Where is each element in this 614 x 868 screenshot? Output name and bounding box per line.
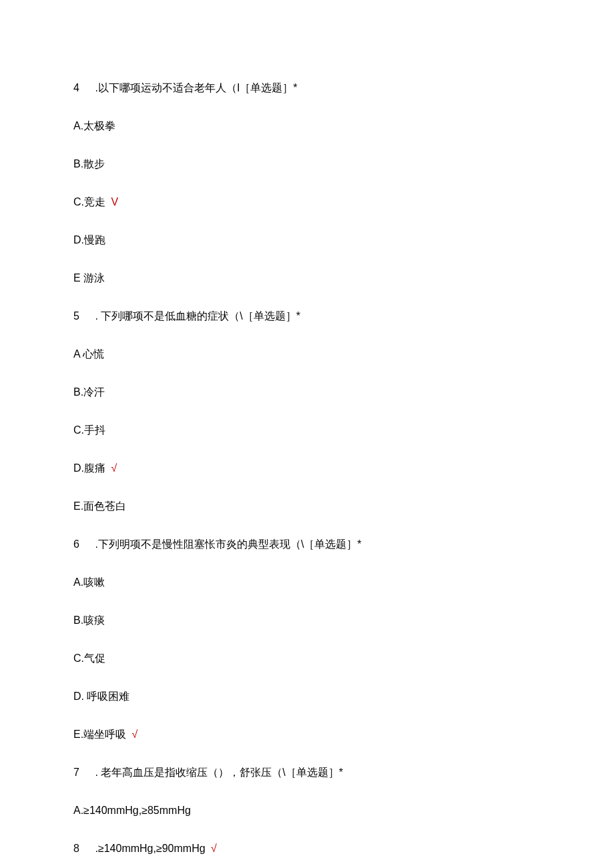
option-label: A 心慌 bbox=[73, 348, 104, 360]
answer-option: E 游泳 bbox=[73, 270, 541, 286]
answer-option: E.面色苍白 bbox=[73, 498, 541, 514]
answer-option: B.散步 bbox=[73, 156, 541, 172]
question-number: 6 bbox=[73, 536, 92, 552]
question-text: . 下列哪项不是低血糖的症状（\［单选题］* bbox=[95, 310, 300, 322]
option-label: C.手抖 bbox=[73, 424, 105, 436]
answer-option: B.咳痰 bbox=[73, 612, 541, 628]
answer-option: C.竞走 V bbox=[73, 194, 541, 210]
question-stem: 4 .以下哪项运动不适合老年人（I［单选题］* bbox=[73, 80, 541, 96]
option-label: B.散步 bbox=[73, 158, 105, 169]
option-label: C.气促 bbox=[73, 653, 105, 664]
question-number: 4 bbox=[73, 80, 92, 96]
question-stem: 5 . 下列哪项不是低血糖的症状（\［单选题］* bbox=[73, 308, 541, 324]
question-stem: 8 .≥140mmHg,≥90mmHg √ bbox=[73, 841, 541, 857]
correct-mark: √ bbox=[211, 843, 217, 854]
question-number: 8 bbox=[73, 841, 92, 857]
answer-option: D.腹痛 √ bbox=[73, 460, 541, 476]
option-label: A.咳嗽 bbox=[73, 576, 105, 588]
option-label: A.太极拳 bbox=[73, 120, 115, 131]
question-text: . 老年高血压是指收缩压（），舒张压（\［单选题］* bbox=[95, 767, 343, 778]
answer-option: C.气促 bbox=[73, 650, 541, 667]
option-label: C.竞走 bbox=[73, 196, 105, 207]
question-stem: 6 .下列明项不是慢性阻塞怅市炎的典型表现（\［单选题］* bbox=[73, 536, 541, 552]
answer-option: A.咳嗽 bbox=[73, 574, 541, 590]
answer-option: D. 呼吸困难 bbox=[73, 689, 541, 705]
option-label: E.面色苍白 bbox=[73, 500, 126, 512]
option-label: D.腹痛 bbox=[73, 462, 105, 474]
answer-option: E.端坐呼吸 √ bbox=[73, 727, 541, 743]
option-label: A.≥140mmHg,≥85mmHg bbox=[73, 805, 191, 816]
option-label: E 游泳 bbox=[73, 272, 105, 284]
answer-option: A.≥140mmHg,≥85mmHg bbox=[73, 803, 541, 819]
option-label: B.冷汗 bbox=[73, 386, 105, 398]
answer-option: D.慢跑 bbox=[73, 232, 541, 248]
question-text: .以下哪项运动不适合老年人（I［单选题］* bbox=[95, 82, 297, 93]
question-stem: 7 . 老年高血压是指收缩压（），舒张压（\［单选题］* bbox=[73, 765, 541, 781]
option-label: D.慢跑 bbox=[73, 234, 105, 246]
document-page: 4 .以下哪项运动不适合老年人（I［单选题］* A.太极拳 B.散步 C.竞走 … bbox=[0, 0, 614, 868]
question-number: 7 bbox=[73, 765, 92, 781]
correct-mark: √ bbox=[132, 729, 138, 740]
answer-option: C.手抖 bbox=[73, 422, 541, 438]
correct-mark: V bbox=[111, 196, 118, 207]
answer-option: A.太极拳 bbox=[73, 118, 541, 134]
question-text: .下列明项不是慢性阻塞怅市炎的典型表现（\［单选题］* bbox=[95, 538, 361, 550]
option-label: B.咳痰 bbox=[73, 614, 105, 626]
question-text: .≥140mmHg,≥90mmHg bbox=[95, 843, 205, 854]
answer-option: A 心慌 bbox=[73, 346, 541, 362]
option-label: E.端坐呼吸 bbox=[73, 729, 126, 740]
question-number: 5 bbox=[73, 308, 92, 324]
correct-mark: √ bbox=[111, 462, 117, 474]
answer-option: B.冷汗 bbox=[73, 384, 541, 400]
option-label: D. 呼吸困难 bbox=[73, 691, 129, 702]
